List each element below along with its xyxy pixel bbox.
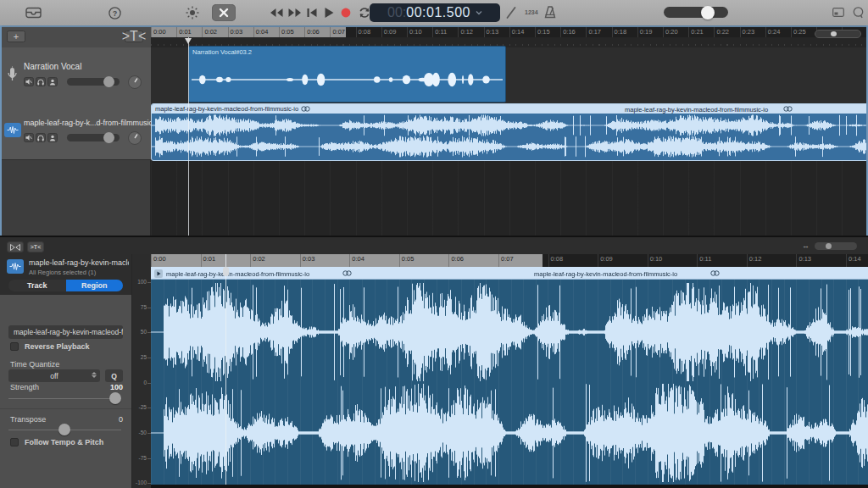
record-button[interactable] <box>341 8 351 18</box>
editor-zoom-slider[interactable] <box>815 242 857 250</box>
ruler-tick <box>697 254 698 267</box>
ruler-tick-label: 0:12 <box>460 28 473 36</box>
track-volume-knob[interactable] <box>103 132 114 143</box>
ruler-tick <box>765 27 766 37</box>
play-button[interactable] <box>325 8 334 18</box>
mute-button[interactable] <box>24 133 34 142</box>
input-monitoring-button[interactable] <box>47 77 58 86</box>
editor-region-strip[interactable]: maple-leaf-rag-by-kevin-macleod-from-fil… <box>151 267 868 280</box>
ruler-tick-label: 0:03 <box>303 255 315 263</box>
ruler-tick-label: 0:19 <box>640 28 653 36</box>
track-volume-slider[interactable] <box>67 78 120 86</box>
follow-tempo-checkbox[interactable] <box>10 438 19 446</box>
display-mode-icon[interactable] <box>832 8 844 17</box>
editor-waveform[interactable] <box>151 280 868 485</box>
ruler-tick <box>279 27 280 37</box>
ruler-tick <box>151 27 152 37</box>
rewind-button[interactable] <box>270 8 283 17</box>
track-name[interactable]: Narration Vocal <box>24 62 81 71</box>
pan-knob[interactable] <box>128 131 142 145</box>
stereo-icon <box>783 106 793 112</box>
scale-label: 100 <box>137 279 147 285</box>
tuner-icon[interactable] <box>506 7 516 19</box>
tab-region[interactable]: Region <box>66 280 124 291</box>
playhead-line[interactable] <box>188 37 189 236</box>
add-track-button[interactable]: + <box>7 30 25 42</box>
ruler-tick-label: 0:07 <box>501 255 514 263</box>
track-volume-knob[interactable] <box>103 76 114 87</box>
ruler-tick <box>151 254 152 267</box>
lcd-hours-dim: 00: <box>387 5 406 20</box>
go-to-beginning-button[interactable] <box>307 8 317 17</box>
ruler-tick-label: 0:14 <box>512 28 525 36</box>
help-icon[interactable]: ? <box>108 7 121 19</box>
region-play-icon[interactable] <box>154 269 163 278</box>
editor-ruler[interactable]: 0:000:010:020:030:040:050:060:070:080:09… <box>151 254 868 267</box>
cycle-button[interactable] <box>359 7 370 19</box>
time-quantize-select[interactable]: off <box>8 369 100 382</box>
quantize-q-button[interactable]: Q <box>105 369 123 382</box>
library-icon[interactable] <box>25 7 42 19</box>
ruler-tick <box>740 27 741 37</box>
brightness-icon[interactable] <box>186 6 199 19</box>
focus-border-top <box>0 25 868 27</box>
track-volume-slider[interactable] <box>67 134 120 141</box>
transpose-value: 0 <box>100 415 123 424</box>
lcd-chevron-icon[interactable] <box>476 10 482 15</box>
track-header-maple[interactable]: maple-leaf-rag-by-k...d-from-filmmusic-i… <box>0 102 151 160</box>
playhead-marker[interactable] <box>185 38 192 44</box>
region-narration[interactable]: Narration Vocal#03.2 <box>188 46 506 103</box>
transpose-label: Transpose <box>10 415 46 424</box>
ruler-tick-label: 0:00 <box>153 255 166 263</box>
flex-button[interactable] <box>7 241 24 252</box>
region-label: maple-leaf-rag-by-kevin-macleod-from-fil… <box>166 270 309 278</box>
region-name-field[interactable]: maple-leaf-rag-by-kevin-macleod-fro… <box>8 325 123 339</box>
help-bubble-icon[interactable] <box>853 7 864 19</box>
solo-headphones-button[interactable] <box>36 77 46 86</box>
pan-knob[interactable] <box>128 75 142 89</box>
ruler-tick-label: 0:11 <box>435 28 447 36</box>
transpose-slider-knob[interactable] <box>58 424 70 435</box>
ruler-tick <box>330 27 331 37</box>
metronome-icon[interactable] <box>544 6 556 19</box>
cut-tool-button[interactable] <box>212 4 236 21</box>
reverse-playback-label: Reverse Playback <box>25 342 90 351</box>
editor-playhead-line[interactable] <box>225 254 226 485</box>
editor-playhead-marker[interactable] <box>223 267 229 276</box>
ruler-tick-label: 0:09 <box>384 28 397 36</box>
editor-zoom-knob[interactable] <box>826 243 832 249</box>
catch-playhead-button[interactable]: >T< <box>27 241 44 252</box>
master-volume-knob[interactable] <box>701 6 715 19</box>
inspector-header: maple-leaf-rag-by-kevin-macleod-from… Al… <box>0 254 131 295</box>
ruler-tick-label: 0:06 <box>451 255 464 263</box>
track-header-narration[interactable]: Narration Vocal <box>0 47 151 103</box>
narration-waveform <box>189 58 505 101</box>
ruler-tick <box>448 254 449 267</box>
stereo-icon <box>301 106 310 112</box>
region-maple[interactable]: maple-leaf-rag-by-kevin-macleod-from-fil… <box>151 103 868 161</box>
forward-button[interactable] <box>288 8 302 17</box>
empty-lane-area[interactable] <box>151 159 868 236</box>
strength-slider-knob[interactable] <box>109 392 121 404</box>
region-title-strip[interactable]: maple-leaf-rag-by-kevin-macleod-from-fil… <box>152 104 868 114</box>
horizontal-zoom-slider[interactable] <box>815 30 861 38</box>
track-name[interactable]: maple-leaf-rag-by-k...d-from-filmmusic-i… <box>24 119 161 127</box>
count-in-button[interactable]: 1234 <box>525 9 538 15</box>
lcd-time-display[interactable]: 00: 00:01.500 <box>370 3 500 22</box>
arrange-ruler[interactable]: 0:000:010:020:030:040:050:060:070:080:09… <box>151 27 868 37</box>
reverse-playback-checkbox[interactable] <box>10 342 19 351</box>
ruler-tick-label: 0:01 <box>203 255 216 263</box>
tab-track[interactable]: Track <box>8 280 66 291</box>
strength-slider-track[interactable] <box>8 398 121 399</box>
mute-button[interactable] <box>24 77 34 86</box>
solo-headphones-button[interactable] <box>36 133 46 142</box>
ruler-tick <box>399 254 400 267</box>
ruler-tick-label: 0:04 <box>256 28 269 36</box>
catch-playhead-button[interactable]: >T< <box>125 30 143 42</box>
arrange-area: + >T< Narration Vocal <box>0 25 868 236</box>
input-monitoring-button[interactable] <box>47 133 58 142</box>
ruler-tick-label: 0:12 <box>749 255 762 263</box>
master-volume-slider[interactable] <box>664 7 728 18</box>
zoom-knob[interactable] <box>831 31 837 36</box>
ruler-tick-label: 0:09 <box>600 255 613 263</box>
